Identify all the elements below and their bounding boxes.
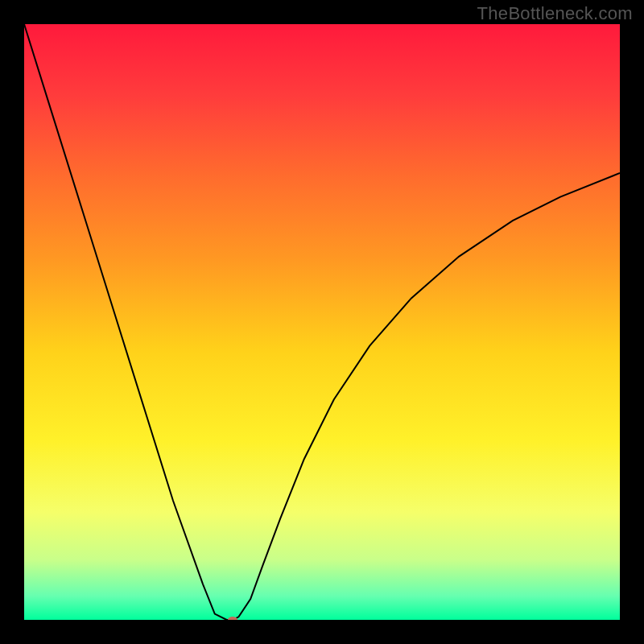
watermark-text: TheBottleneck.com (477, 3, 633, 24)
chart-stage: TheBottleneck.com (0, 0, 644, 644)
gradient-background (24, 24, 620, 620)
plot-area (24, 24, 620, 620)
chart-svg (24, 24, 620, 620)
